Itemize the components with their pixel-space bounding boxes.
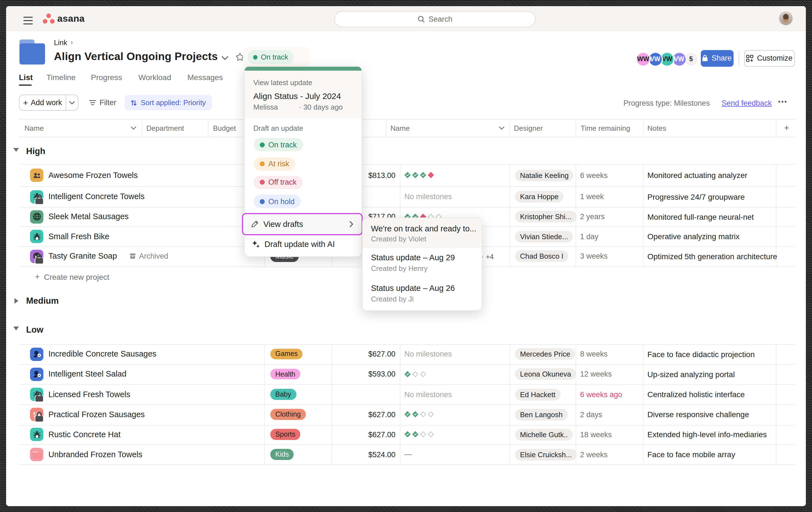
project-name[interactable]: Unbranded Frozen Towels <box>48 450 142 459</box>
designer-pill[interactable]: Ed Hackett <box>515 389 560 400</box>
customize-button[interactable]: Customize <box>744 50 794 67</box>
designer-pill[interactable]: Kristopher Shi... <box>515 211 577 223</box>
tab-timeline[interactable]: Timeline <box>47 73 76 82</box>
notes-value[interactable]: Up-sized analyzing portal <box>647 370 735 379</box>
header-sort-chevron-icon[interactable] <box>131 126 136 130</box>
project-name[interactable]: Awesome Frozen Towels <box>48 170 138 179</box>
add-column-button[interactable]: + <box>784 123 789 132</box>
project-name[interactable]: Intelligent Concrete Towels <box>48 192 145 201</box>
hamburger-menu-icon[interactable] <box>23 15 33 27</box>
header-sort-chevron-icon[interactable] <box>499 126 504 130</box>
tab-workload[interactable]: Workload <box>139 73 171 82</box>
asana-logo[interactable] <box>42 13 55 27</box>
project-status-badge[interactable]: On track <box>248 50 294 64</box>
designer-pill[interactable]: Mercedes Price <box>515 348 575 360</box>
time-remaining-value: 8 weeks <box>580 350 608 358</box>
column-header-department[interactable]: Department <box>146 124 184 132</box>
status-option-on-track[interactable]: On track <box>253 138 303 151</box>
notes-value[interactable]: Progressive 24/7 groupware <box>647 192 745 201</box>
project-name[interactable]: Incredible Concrete Sausages <box>48 349 156 358</box>
budget-value: $593.00 <box>331 370 396 378</box>
status-option-on-hold[interactable]: On hold <box>253 195 301 208</box>
project-title-chevron-down-icon[interactable] <box>221 56 229 61</box>
view-drafts-item[interactable]: View drafts <box>242 213 362 235</box>
project-name[interactable]: Intelligent Steel Salad <box>48 370 126 378</box>
project-icon-bug <box>30 388 44 401</box>
project-name[interactable]: Sleek Metal Sausages <box>48 212 129 221</box>
status-option-off-track[interactable]: Off track <box>253 175 303 189</box>
column-header-budget[interactable]: Budget <box>213 124 236 132</box>
share-button[interactable]: Share <box>700 50 733 67</box>
column-header-notes[interactable]: Notes <box>647 124 666 132</box>
section-header-low[interactable]: Low <box>26 324 44 335</box>
add-work-split-button[interactable]: +Add work <box>19 94 79 111</box>
designer-pill[interactable]: Natalie Keeling <box>515 169 574 181</box>
designer-pill[interactable]: Chad Bosco I <box>515 251 569 262</box>
project-icon-bug <box>30 428 44 442</box>
latest-update-time: · 30 days ago <box>299 103 343 111</box>
tab-progress[interactable]: Progress <box>91 73 122 82</box>
search-input[interactable]: Search <box>334 11 535 27</box>
sort-applied-chip[interactable]: Sort applied: Priority <box>124 95 212 110</box>
latest-update-author: Melissa <box>253 103 278 111</box>
tab-messages[interactable]: Messages <box>187 73 223 82</box>
create-new-project-button[interactable]: Create new project <box>44 272 109 281</box>
notes-value[interactable]: Face to face didactic projection <box>647 349 755 359</box>
column-header-name[interactable]: Name <box>25 124 44 132</box>
draft-item-title[interactable]: Status update – Aug 29 <box>371 253 455 262</box>
tab-list[interactable]: List <box>19 73 33 82</box>
draft-update-with-ai-item[interactable]: Draft update with AI <box>251 240 335 249</box>
draft-item-title[interactable]: We're on track and ready to... <box>371 224 476 233</box>
section-header-medium[interactable]: Medium <box>26 295 59 306</box>
project-title[interactable]: Align Vertical Ongoing Projects <box>54 50 218 63</box>
project-icon-check <box>30 250 44 263</box>
designer-pill[interactable]: Leona Okuneva <box>515 369 576 380</box>
milestone-icons <box>404 411 434 418</box>
project-name[interactable]: Practical Frozen Sausages <box>48 410 145 419</box>
notes-value[interactable]: Optimized 5th generation architecture <box>647 252 777 261</box>
notes-value[interactable]: Face to face mobile array <box>647 450 735 459</box>
designer-pill[interactable]: Vivian Stiede... <box>515 231 573 242</box>
notes-value[interactable]: Diverse responsive challenge <box>647 410 749 419</box>
add-work-button[interactable]: +Add work <box>20 95 66 110</box>
designer-pill[interactable]: Ben Langosh <box>515 409 568 421</box>
notes-value[interactable]: Operative analyzing matrix <box>647 232 740 241</box>
draft-item-title[interactable]: Status update – Aug 26 <box>371 283 455 292</box>
notes-value[interactable]: Monitored full-range neural-net <box>647 212 754 221</box>
status-option-at-risk[interactable]: At risk <box>253 157 295 170</box>
section-expanded-triangle-icon[interactable] <box>13 148 19 152</box>
filter-button[interactable]: Filter <box>89 98 116 107</box>
section-expanded-triangle-icon[interactable] <box>13 326 19 331</box>
latest-update-title[interactable]: Align Status - July 2024 <box>253 91 341 101</box>
more-options-button[interactable]: ••• <box>778 98 787 106</box>
section-header-high[interactable]: High <box>26 146 45 156</box>
lock-icon <box>33 253 45 265</box>
column-divider-line <box>386 119 386 137</box>
column-divider-line <box>776 164 776 266</box>
lock-icon <box>33 411 45 423</box>
designer-pill[interactable]: Elsie Cruicksh... <box>515 449 577 460</box>
add-work-chevron-icon[interactable] <box>69 101 75 105</box>
send-feedback-link[interactable]: Send feedback <box>722 99 772 107</box>
lock-icon <box>33 391 45 403</box>
column-header-time-remaining[interactable]: Time remaining <box>581 124 630 132</box>
notes-value[interactable]: Monitored actuating analyzer <box>647 171 748 180</box>
project-name[interactable]: Tasty Granite Soap <box>48 252 117 261</box>
column-header-designer[interactable]: Designer <box>514 124 543 132</box>
designer-pill[interactable]: Kara Hoppe <box>515 191 564 202</box>
latest-update-section[interactable]: View latest update Align Status - July 2… <box>244 70 361 118</box>
member-avatar[interactable]: WW <box>636 52 651 66</box>
breadcrumb[interactable]: Link <box>54 38 67 47</box>
row-divider-line <box>19 344 795 345</box>
plus-icon: + <box>23 98 28 107</box>
notes-value[interactable]: Extended high-level info-mediaries <box>647 430 767 439</box>
column-header-name-2[interactable]: Name <box>390 124 410 132</box>
project-name[interactable]: Licensed Fresh Towels <box>48 390 130 399</box>
section-collapsed-triangle-icon[interactable] <box>14 298 18 304</box>
designer-pill[interactable]: Michelle Gutk.. <box>515 429 573 440</box>
notes-value[interactable]: Centralized holistic interface <box>647 390 745 399</box>
project-name[interactable]: Small Fresh Bike <box>48 232 109 240</box>
project-name[interactable]: Rustic Concrete Hat <box>48 430 121 439</box>
user-avatar[interactable] <box>779 11 793 25</box>
archived-tag: Archived <box>129 252 168 260</box>
